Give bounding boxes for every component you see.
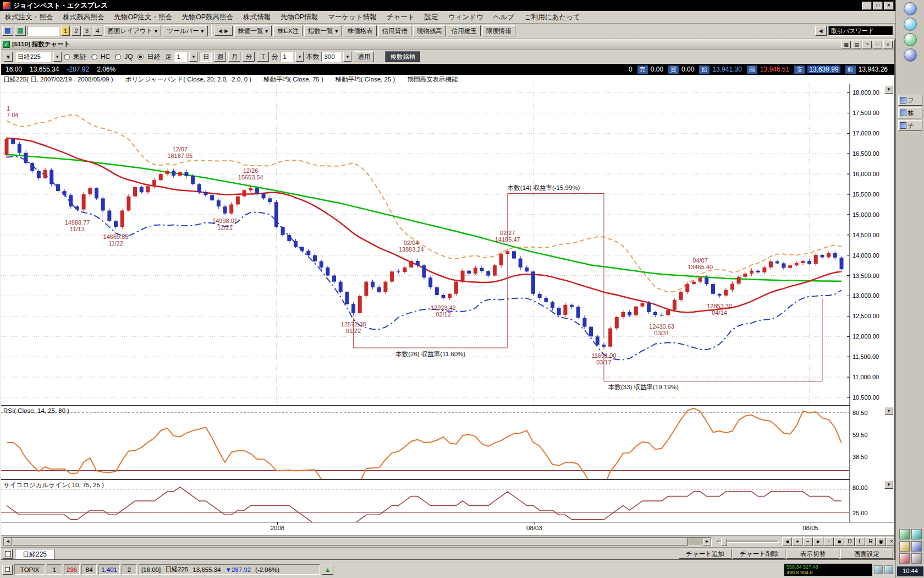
toolbar-button-限度情報[interactable]: 限度情報 [482,25,515,36]
layout-preset-2[interactable]: 2 [72,26,80,36]
tray-system-icon[interactable] [884,565,893,574]
menu-item-株式情報[interactable]: 株式情報 [238,13,276,22]
toolbar-dropdown[interactable]: ツールバー ▾ [163,25,207,36]
bars-combo-arrow-icon[interactable]: ▼ [343,52,351,62]
toolbar-button-現物残高[interactable]: 現物残高 [413,25,446,36]
chart-tool-button-1[interactable]: + [793,537,802,546]
sidebar-shortcut-株[interactable]: 株 [898,107,922,118]
chart-tool-button-2[interactable]: − [803,537,813,546]
app-orb-blue[interactable] [904,2,917,15]
toolbar-button-株価一覧[interactable]: 株価一覧 ▾ [234,25,272,36]
chart-window-titlebar[interactable]: ✓ [5110] 指数チャート ▦▤?─× [1,40,894,50]
scroll-right-icon[interactable]: ► [703,538,711,546]
minute-value-field[interactable]: 1 [280,52,293,62]
market-radio-HC[interactable] [91,54,97,60]
toggle-view-button[interactable]: 表示切替 [787,549,839,559]
menu-item-先物OP残高照会[interactable]: 先物OP残高照会 [177,13,238,22]
tray-network-icon[interactable] [874,565,883,574]
chart-tool-button-7[interactable]: L [855,537,865,546]
minute-combo-arrow-icon[interactable]: ▼ [295,52,304,62]
chart-tool-button-4[interactable]: · [824,537,834,546]
password-field[interactable]: 取引パスワード [828,26,893,36]
scroll-top-icon[interactable]: ▲ [322,565,333,575]
collapse-password-icon[interactable]: ◄ [815,26,827,36]
layout-preset-3[interactable]: 3 [82,26,91,36]
main-chart-plot[interactable]: 本数(14) 収益率(-15.99%)本数(26) 収益率(11.60%)本数(… [1,84,850,405]
zoom-slider-thumb[interactable] [721,538,727,546]
restore-button[interactable]: □ [873,2,883,10]
chart-tool-button-0[interactable]: ◄ [782,537,792,546]
sidebar-tool-icon-0[interactable] [899,529,910,539]
status-index-name[interactable]: TOPIX [14,564,45,575]
rsi-panel[interactable]: RSI( Close, 14, 25, 80 ) [1,405,850,479]
period-button-週[interactable]: 週 [214,52,226,62]
workspace-name-field[interactable] [28,26,59,36]
sidebar-shortcut-チ[interactable]: チ [898,120,922,131]
app-orb-green[interactable] [904,33,917,46]
toolbar-button-信用建玉[interactable]: 信用建玉 [448,25,481,36]
tab-list-icon[interactable] [3,549,13,559]
psy-panel-collapse-icon[interactable]: ▼ [884,481,893,489]
help-icon[interactable]: ? [862,41,872,48]
screen-settings-button[interactable]: 画面設定 [840,549,893,559]
chart-tool-button-8[interactable]: R [866,537,876,546]
apply-button[interactable]: 適用 [354,51,374,62]
tab-nikkei225[interactable]: 日経225 [15,549,54,559]
multi-symbol-button[interactable]: 複数銘柄 [385,51,420,62]
sidebar-tool-icon-2[interactable] [899,541,910,552]
ashi-combo-arrow-icon[interactable]: ▼ [189,52,197,62]
market-radio-東証[interactable] [64,54,70,60]
rsi-panel-collapse-icon[interactable]: ▼ [884,407,893,415]
toolbar-button-信用貸借[interactable]: 信用貸借 [378,25,411,36]
scroll-left-icon[interactable]: ◄ [4,538,12,546]
menu-item-先物OP注文・照会[interactable]: 先物OP注文・照会 [109,13,178,22]
period-button-分[interactable]: 分 [243,52,255,62]
market-radio-日経[interactable] [138,54,144,60]
chart-tool-button-6[interactable]: D [845,537,855,546]
add-chart-button[interactable]: チャート追加 [679,549,732,559]
minimize-button[interactable]: _ [862,2,872,10]
period-button-T[interactable]: T [257,52,269,62]
period-button-日[interactable]: 日 [200,52,212,62]
grid-view-icon[interactable]: ▦ [842,41,851,48]
chart-tool-button-10[interactable]: × [887,537,894,546]
status-list-icon[interactable] [2,565,13,575]
toolbar-button-株EX注[interactable]: 株EX注 [273,25,302,36]
layout-grid-icon[interactable] [2,26,13,36]
minimize-icon[interactable]: ─ [873,41,882,48]
zoom-slider[interactable] [717,541,779,543]
list-view-icon[interactable]: ▤ [852,41,861,48]
menu-item-株式残高照会[interactable]: 株式残高照会 [58,13,109,22]
sidebar-tool-icon-4[interactable] [899,553,910,564]
chart-tool-button-3[interactable]: ► [813,537,823,546]
layout-split-icon[interactable] [15,26,26,36]
close-icon[interactable]: × [883,41,893,48]
layout-preset-4[interactable]: 4 [93,26,102,36]
toolbar-button-株価格表[interactable]: 株価格表 [344,25,377,36]
menu-item-ヘルプ[interactable]: ヘルプ [488,13,519,22]
layout-preset-1[interactable]: 1 [61,26,70,36]
chart-menu-icon[interactable]: ▾ [4,52,13,62]
menu-item-ご利用にあたって[interactable]: ご利用にあたって [519,13,585,22]
menu-item-ウィンドウ[interactable]: ウィンドウ [443,13,488,22]
menu-item-株式注文・照会[interactable]: 株式注文・照会 [0,13,58,22]
ashi-value-field[interactable]: 1 [174,52,187,62]
screen-layout-dropdown[interactable]: 画面レイアウト ▾ [104,25,162,36]
menu-item-設定[interactable]: 設定 [420,13,443,22]
app-orb-navy[interactable] [904,48,917,62]
scrollbar-thumb[interactable] [13,538,688,546]
toolbar-button-指数一覧[interactable]: 指数一覧 ▾ [304,25,342,36]
symbol-combo-value[interactable]: 日経225 [15,52,51,62]
app-orb-cyan[interactable] [904,18,917,31]
period-button-月[interactable]: 月 [228,52,240,62]
sidebar-shortcut-フ[interactable]: フ [898,95,922,106]
main-panel-collapse-icon[interactable]: ▼ [884,85,893,94]
psychological-panel[interactable]: サイコロジカルライン( 10, 75, 25 ) [1,479,850,522]
symbol-combo-arrow-icon[interactable]: ▼ [53,52,62,62]
chart-tool-button-5[interactable]: ■ [834,537,844,546]
prev-next-icon[interactable]: ◄► [215,26,233,36]
chart-scrollbar[interactable]: ◄ ► [3,537,712,546]
sidebar-tool-icon-3[interactable] [911,541,922,552]
bars-value-field[interactable]: 300 [321,52,341,62]
menu-item-先物OP情報[interactable]: 先物OP情報 [276,13,323,22]
